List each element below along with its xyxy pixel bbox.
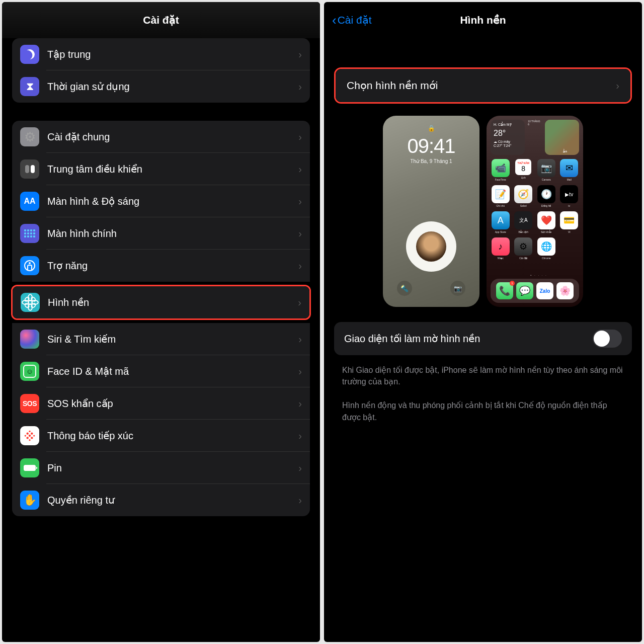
- settings-row-screentime[interactable]: ⧗ Thời gian sử dụng ›: [12, 70, 310, 103]
- list-group-focus: Tập trung › ⧗ Thời gian sử dụng ›: [12, 38, 310, 103]
- header: Cài đặt: [2, 2, 320, 38]
- chevron-right-icon: ›: [298, 81, 302, 93]
- notes-app-icon: 📝: [492, 185, 510, 203]
- highlight-wallpaper: Hình nền ›: [11, 285, 311, 320]
- chrome-app-icon: 🌐: [537, 237, 555, 256]
- health-app-icon: ❤️: [537, 211, 555, 229]
- wallpaper-panel: ‹ Cài đặt Hình nền Chọn hình nền mới › 🔒…: [324, 2, 642, 642]
- battery-icon: [20, 458, 39, 477]
- row-label: SOS khẩn cấp: [47, 397, 298, 410]
- camera-app-icon: 📷: [537, 159, 555, 177]
- dock: 📞1 💬 Zalo 🌸: [491, 279, 579, 303]
- lockscreen-preview[interactable]: 🔒 09:41 Thứ Ba, 9 Tháng 1 🔦 📷: [383, 116, 479, 307]
- list-group-wallpaper: Hình nền ›: [13, 286, 309, 318]
- flower-icon: [21, 293, 40, 312]
- lock-date: Thứ Ba, 9 Tháng 1: [410, 158, 452, 164]
- settings-row-display[interactable]: AA Màn hình & Độ sáng ›: [12, 185, 310, 217]
- calendar-app-icon: THỨ NĂM8: [515, 159, 531, 175]
- row-label: Màn hình chính: [47, 228, 298, 239]
- settings-row-siri[interactable]: Siri & Tìm kiếm ›: [12, 323, 310, 355]
- chevron-right-icon: ›: [298, 398, 302, 410]
- sos-icon: SOS: [20, 394, 39, 413]
- settings-row-control-center[interactable]: Trung tâm điều khiển ›: [12, 153, 310, 185]
- settings-row-homescreen[interactable]: Màn hình chính ›: [12, 217, 310, 250]
- camera-icon: 📷: [450, 281, 465, 296]
- hourglass-icon: ⧗: [20, 77, 39, 96]
- app-grid: 📹FaceTime THỨ NĂM8Lịch 📷Camera ✉Mail 📝Gh…: [491, 159, 579, 260]
- svg-point-12: [31, 437, 33, 439]
- back-button[interactable]: ‹ Cài đặt: [332, 13, 372, 28]
- wallet-app-icon: 💳: [560, 211, 578, 229]
- row-label: Tập trung: [47, 48, 298, 60]
- wallpaper-preview: 🔒 09:41 Thứ Ba, 9 Tháng 1 🔦 📷 H. Cẩm Mỹ …: [360, 116, 606, 307]
- display-icon: AA: [20, 192, 39, 211]
- safari-app-icon: 🧭: [514, 185, 532, 203]
- svg-point-10: [31, 433, 33, 435]
- chevron-right-icon: ›: [298, 228, 302, 239]
- grid-icon: [20, 224, 39, 243]
- lock-time: 09:41: [407, 135, 455, 157]
- row-label: Thời gian sử dụng: [47, 80, 298, 93]
- row-label: Hình nền: [48, 296, 298, 308]
- settings-row-general[interactable]: ⚙ Cài đặt chung ›: [12, 121, 310, 153]
- page-title: Hình nền: [460, 14, 506, 26]
- siri-icon: [20, 330, 39, 349]
- zalo-app-icon: Zalo: [536, 282, 553, 299]
- row-label: Chọn hình nền mới: [347, 79, 616, 92]
- svg-point-16: [29, 431, 30, 432]
- svg-point-13: [29, 435, 31, 437]
- settings-panel: Cài đặt Tập trung › ⧗ Thời gian sử dụng …: [2, 2, 320, 642]
- choose-wallpaper-row[interactable]: Chọn hình nền mới ›: [336, 69, 630, 102]
- dim-wallpaper-toggle[interactable]: [593, 330, 622, 348]
- mail-app-icon: ✉: [560, 159, 578, 177]
- row-label: Trung tâm điều khiển: [47, 163, 298, 175]
- photos-app-icon: 🌸: [556, 282, 574, 299]
- chevron-right-icon: ›: [298, 430, 302, 442]
- dim-wallpaper-row: Giao diện tối làm mờ hình nền: [334, 322, 632, 355]
- facetime-app-icon: 📹: [492, 159, 510, 177]
- chevron-left-icon: ‹: [332, 13, 337, 28]
- settings-row-focus[interactable]: Tập trung ›: [12, 38, 310, 70]
- clock-app-icon: 🕐: [537, 185, 555, 203]
- chevron-right-icon: ›: [298, 297, 301, 308]
- page-title: Cài đặt: [143, 14, 179, 26]
- settings-row-faceid[interactable]: ☺ Face ID & Mật mã ›: [12, 355, 310, 387]
- chevron-right-icon: ›: [298, 462, 302, 474]
- control-center-icon: [20, 159, 39, 179]
- chevron-right-icon: ›: [298, 49, 302, 60]
- chevron-right-icon: ›: [616, 80, 619, 92]
- back-label: Cài đặt: [338, 14, 372, 26]
- settings-row-accessibility[interactable]: Trợ năng ›: [12, 250, 310, 282]
- header: ‹ Cài đặt Hình nền: [324, 2, 642, 38]
- list-group-main-b: Siri & Tìm kiếm › ☺ Face ID & Mật mã › S…: [12, 323, 310, 516]
- weather-widget: H. Cẩm Mỹ 28° ☁ Có mây C:27° T:24°: [491, 120, 525, 155]
- settings-row-privacy[interactable]: ✋ Quyền riêng tư ›: [12, 484, 310, 516]
- settings-row-battery[interactable]: Pin ›: [12, 452, 310, 484]
- row-label: Quyền riêng tư: [47, 494, 298, 506]
- svg-point-14: [25, 435, 26, 436]
- highlight-choose-wallpaper: Chọn hình nền mới ›: [334, 67, 632, 104]
- list-group-main-a: ⚙ Cài đặt chung › Trung tâm điều khiển ›…: [12, 121, 310, 282]
- settings-row-wallpaper[interactable]: Hình nền ›: [13, 286, 309, 318]
- flashlight-icon: 🔦: [397, 281, 412, 296]
- photo-widget: Ảnh: [545, 120, 579, 155]
- messages-app-icon: 💬: [516, 282, 533, 299]
- chevron-right-icon: ›: [298, 495, 302, 506]
- gear-icon: ⚙: [20, 127, 39, 146]
- settings-app-icon: ⚙: [514, 237, 532, 256]
- lock-icon: 🔒: [428, 125, 435, 132]
- chevron-right-icon: ›: [298, 334, 302, 345]
- chevron-right-icon: ›: [298, 131, 302, 143]
- footer-text-1: Khi Giao diện tối được bật, iPhone sẽ là…: [324, 364, 642, 399]
- moon-icon: [20, 45, 39, 64]
- page-indicator: • · · · ·: [491, 274, 583, 277]
- settings-row-sos[interactable]: SOS SOS khẩn cấp ›: [12, 387, 310, 420]
- row-label: Màn hình & Độ sáng: [47, 195, 298, 207]
- face-id-icon: ☺: [20, 362, 39, 381]
- svg-point-11: [27, 437, 29, 439]
- settings-row-exposure[interactable]: Thông báo tiếp xúc ›: [12, 420, 310, 452]
- row-label: Cài đặt chung: [47, 131, 298, 143]
- toggle-knob: [594, 331, 610, 347]
- homescreen-preview[interactable]: H. Cẩm Mỹ 28° ☁ Có mây C:27° T:24° 10 TH…: [487, 116, 583, 307]
- tv-app-icon: ▶tv: [560, 185, 578, 203]
